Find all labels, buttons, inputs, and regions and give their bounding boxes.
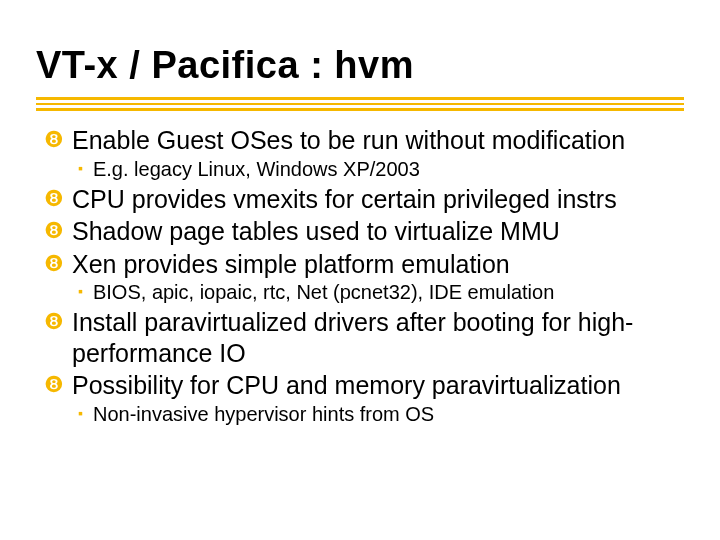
- circle-bullet-icon: ❽: [44, 184, 64, 214]
- square-bullet-icon: ▪: [78, 279, 83, 304]
- sub-bullet-item: ▪ E.g. legacy Linux, Windows XP/2003: [78, 156, 684, 182]
- bullet-item: ❽ Xen provides simple platform emulation: [44, 249, 684, 280]
- bullet-text: Install paravirtualized drivers after bo…: [72, 307, 684, 368]
- title-underline: [36, 97, 684, 111]
- bullet-item: ❽ Enable Guest OSes to be run without mo…: [44, 125, 684, 156]
- bullet-item: ❽ Shadow page tables used to virtualize …: [44, 216, 684, 247]
- circle-bullet-icon: ❽: [44, 307, 64, 337]
- bullet-item: ❽ Possibility for CPU and memory paravir…: [44, 370, 684, 401]
- bullet-text: CPU provides vmexits for certain privile…: [72, 184, 684, 215]
- bullet-item: ❽ Install paravirtualized drivers after …: [44, 307, 684, 368]
- bullet-text: Shadow page tables used to virtualize MM…: [72, 216, 684, 247]
- sub-bullet-text: E.g. legacy Linux, Windows XP/2003: [93, 156, 684, 182]
- sub-bullet-item: ▪ Non-invasive hypervisor hints from OS: [78, 401, 684, 427]
- sub-bullet-text: Non-invasive hypervisor hints from OS: [93, 401, 684, 427]
- bullet-text: Xen provides simple platform emulation: [72, 249, 684, 280]
- circle-bullet-icon: ❽: [44, 125, 64, 155]
- slide-title: VT-x / Pacifica : hvm: [0, 0, 720, 93]
- circle-bullet-icon: ❽: [44, 216, 64, 246]
- circle-bullet-icon: ❽: [44, 370, 64, 400]
- bullet-text: Enable Guest OSes to be run without modi…: [72, 125, 684, 156]
- square-bullet-icon: ▪: [78, 401, 83, 426]
- sub-bullet-item: ▪ BIOS, apic, iopaic, rtc, Net (pcnet32)…: [78, 279, 684, 305]
- sub-bullet-text: BIOS, apic, iopaic, rtc, Net (pcnet32), …: [93, 279, 684, 305]
- bullet-item: ❽ CPU provides vmexits for certain privi…: [44, 184, 684, 215]
- circle-bullet-icon: ❽: [44, 249, 64, 279]
- slide-body: ❽ Enable Guest OSes to be run without mo…: [0, 125, 720, 427]
- square-bullet-icon: ▪: [78, 156, 83, 181]
- bullet-text: Possibility for CPU and memory paravirtu…: [72, 370, 684, 401]
